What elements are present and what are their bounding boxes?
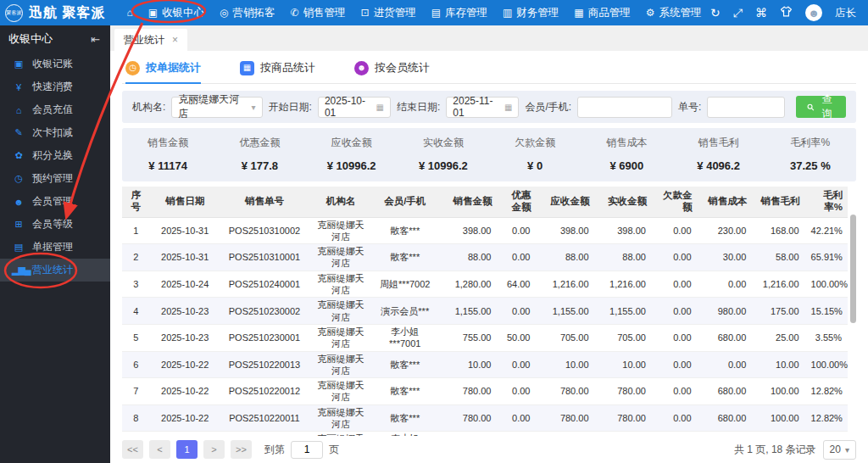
table-cell: POS2510220011 xyxy=(220,404,309,432)
tab-business-stats[interactable]: 营业统计 × xyxy=(114,29,187,51)
table-cell: 0.00 xyxy=(652,244,698,271)
sidebar-item-label: 快速消费 xyxy=(32,80,73,94)
table-cell: 3 xyxy=(122,271,149,298)
sidebar-item-快速消费[interactable]: ¥快速消费 xyxy=(0,75,110,98)
sidebar-item-会员管理[interactable]: ☻会员管理 xyxy=(0,190,110,213)
cash-register-icon: ▣ xyxy=(12,59,25,70)
page-1-button[interactable]: 1 xyxy=(176,440,198,459)
sidebar-item-单据管理[interactable]: ▤单据管理 xyxy=(0,236,110,259)
points-exchange-icon: ✿ xyxy=(12,150,25,161)
nav-item-销售管理[interactable]: ✆销售管理 xyxy=(283,0,353,25)
nav-item-库存管理[interactable]: ▤库存管理 xyxy=(424,0,495,25)
user-role[interactable]: 店长 xyxy=(835,6,856,20)
table-cell: POS2510310002 xyxy=(220,217,309,244)
table-cell: 李小姐***7001 xyxy=(373,324,437,351)
prev-page-button[interactable]: < xyxy=(149,440,170,459)
apps-icon[interactable]: ⌘ xyxy=(755,6,767,20)
table-cell: 0.00 xyxy=(652,217,698,244)
avatar[interactable]: ☻ xyxy=(805,4,822,21)
stat-tab-按商品统计[interactable]: ▦按商品统计 xyxy=(240,60,315,84)
end-date-input[interactable]: 2025-11-01 ▦ xyxy=(446,97,519,118)
nav-item-label: 营销拓客 xyxy=(233,6,275,20)
table-cell: 168.00 xyxy=(752,217,804,244)
column-header: 机构名 xyxy=(309,187,373,217)
collapse-sidebar-icon[interactable]: ⇤ xyxy=(91,33,100,46)
next-page-button[interactable]: > xyxy=(203,440,225,459)
summary-cell: 毛利率%37.25 % xyxy=(765,136,856,172)
table-cell: 1,155.00 xyxy=(595,298,652,325)
sidebar-item-会员充值[interactable]: ⌂会员充值 xyxy=(0,98,110,121)
nav-item-进货管理[interactable]: ⊡进货管理 xyxy=(353,0,424,25)
table-cell: 演示会员*** xyxy=(373,298,437,325)
goto-page-input[interactable] xyxy=(291,441,323,459)
table-cell: 780.00 xyxy=(437,378,498,405)
summary-value: ¥ 4096.2 xyxy=(673,159,765,172)
table-cell: 克丽缇娜天河店 xyxy=(309,217,373,244)
table-row: 12025-10-31POS2510310002克丽缇娜天河店散客***398.… xyxy=(122,217,848,244)
member-manage-icon: ☻ xyxy=(12,197,25,207)
table-cell: 30.00 xyxy=(698,244,753,271)
table-cell: 100.00 xyxy=(698,432,753,436)
table-cell: 780.00 xyxy=(595,378,652,405)
sidebar-item-次卡扣减[interactable]: ✎次卡扣减 xyxy=(0,121,110,144)
table-row: 72025-10-22POS2510220012克丽缇娜天河店散客***780.… xyxy=(122,378,848,405)
table-cell: 1,216.00 xyxy=(752,271,804,298)
column-header: 实收金额 xyxy=(595,187,652,217)
nav-item-营销拓客[interactable]: ◎营销拓客 xyxy=(212,0,282,25)
start-date-label: 开始日期: xyxy=(269,100,312,114)
sidebar-item-label: 会员充值 xyxy=(32,103,73,117)
table-cell: 克丽缇娜天河店 xyxy=(309,244,373,271)
table-cell: 100.00% xyxy=(805,351,848,378)
table-cell: 0.00 xyxy=(497,404,536,432)
stat-tab-按单据统计[interactable]: ◷按单据统计 xyxy=(125,60,201,84)
nav-item-收银中心[interactable]: ▣收银中心 xyxy=(141,0,212,25)
clothes-icon[interactable] xyxy=(780,6,793,20)
purchase-manage-icon: ⊡ xyxy=(361,7,370,19)
sidebar-item-预约管理[interactable]: ◷预约管理 xyxy=(0,167,110,190)
marketing-icon: ◎ xyxy=(220,7,228,19)
nav-item-系统管理[interactable]: ⚙系统管理 xyxy=(638,0,709,25)
table-cell: 5 xyxy=(122,324,149,351)
page-size-select[interactable]: 20 ▾ xyxy=(823,440,856,460)
table-cell: 180.00 xyxy=(437,432,498,436)
member-recharge-icon: ⌂ xyxy=(12,105,25,115)
close-icon[interactable]: × xyxy=(172,34,178,46)
topnav-items: ⌂▣收银中心◎营销拓客✆销售管理⊡进货管理▤库存管理▥财务管理▦商品管理⚙系统管… xyxy=(119,0,709,25)
first-page-button[interactable]: << xyxy=(122,440,143,459)
summary-label: 欠款金额 xyxy=(489,136,581,150)
table-cell: 180.00 xyxy=(595,432,652,436)
summary-label: 毛利率% xyxy=(765,136,856,150)
table-cell: 10.00 xyxy=(536,351,594,378)
column-header: 销售成本 xyxy=(698,187,753,217)
topnav-right: ↻ ⤢ ⌘ ☻ 店长 xyxy=(710,4,868,21)
org-select[interactable]: 克丽缇娜天河店 ▾ xyxy=(171,97,262,118)
table-cell: 680.00 xyxy=(698,404,753,432)
member-phone-input[interactable] xyxy=(577,97,672,118)
page-size-value: 20 xyxy=(830,443,841,455)
stat-tab-按会员统计[interactable]: ☻按会员统计 xyxy=(354,60,430,84)
scrollbar-thumb[interactable] xyxy=(850,215,856,323)
last-page-button[interactable]: >> xyxy=(231,440,252,459)
nav-item-home[interactable]: ⌂ xyxy=(119,0,140,25)
table-header-row: 序号销售日期销售单号机构名会员/手机销售金额优惠金额应收金额实收金额欠款金额销售… xyxy=(122,187,848,217)
table-cell: 42.21% xyxy=(805,217,848,244)
refresh-icon[interactable]: ↻ xyxy=(710,6,721,20)
table-cell: 12.82% xyxy=(805,378,848,405)
logo-seal-icon: 聚客派 xyxy=(5,4,23,22)
table-cell: 1,280.00 xyxy=(437,271,498,298)
sidebar-item-营业统计[interactable]: ▂▆▄营业统计 xyxy=(0,259,110,282)
sidebar-item-会员等级[interactable]: ⊞会员等级 xyxy=(0,213,110,236)
start-date-input[interactable]: 2025-10-01 ▦ xyxy=(318,97,391,118)
table-cell: 0.00 xyxy=(497,217,536,244)
nav-item-商品管理[interactable]: ▦商品管理 xyxy=(566,0,637,25)
table-cell: 2025-10-22 xyxy=(149,378,220,405)
order-no-input[interactable] xyxy=(707,97,785,118)
nav-item-财务管理[interactable]: ▥财务管理 xyxy=(495,0,566,25)
sidebar-item-收银记账[interactable]: ▣收银记账 xyxy=(0,53,110,75)
sidebar-item-积分兑换[interactable]: ✿积分兑换 xyxy=(0,144,110,167)
fullscreen-icon[interactable]: ⤢ xyxy=(733,6,743,20)
query-button[interactable]: 查询 xyxy=(796,96,846,118)
table-cell: 80.00 xyxy=(752,432,804,436)
calendar-icon: ▦ xyxy=(376,103,384,112)
table-cell: 2025-10-31 xyxy=(149,244,220,271)
